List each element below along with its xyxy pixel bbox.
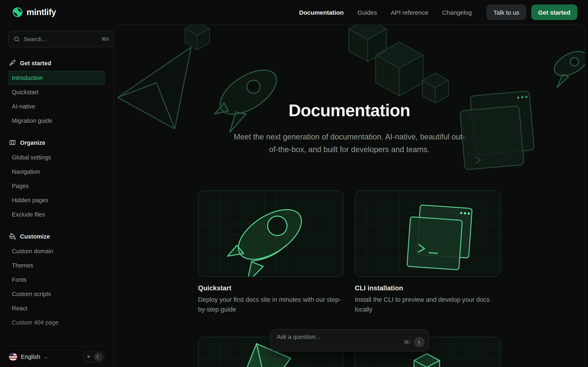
map-icon (9, 139, 16, 146)
dark-mode-button[interactable]: ☾ (94, 352, 103, 361)
talk-to-us-button[interactable]: Talk to us (486, 4, 526, 20)
theme-toggle: ☀ ☾ (82, 350, 104, 363)
card-title: Quickstart (198, 284, 344, 292)
card-description: Deploy your first docs site in minutes w… (198, 295, 344, 315)
brand-name: mintlify (26, 7, 56, 17)
nav-documentation[interactable]: Documentation (299, 9, 344, 16)
cli-card-figure (355, 190, 501, 277)
sidebar-item-themes[interactable]: Themes (8, 259, 105, 272)
sidebar-item-exclude-files[interactable]: Exclude files (8, 208, 105, 221)
sidebar-item-quickstart[interactable]: Quickstart (8, 85, 105, 99)
search-input-box[interactable]: ⌘K (8, 31, 115, 47)
section-get-started: Get started Introduction Quickstart AI-n… (8, 58, 105, 128)
ask-controls: ⌘I ↑ (404, 337, 424, 347)
search-icon (13, 36, 20, 42)
sun-icon: ☀ (86, 354, 91, 359)
search-input[interactable] (24, 36, 98, 42)
pencil-icon (9, 341, 16, 346)
nav-guides[interactable]: Guides (357, 9, 377, 16)
sidebar-item-navigation[interactable]: Navigation (8, 165, 105, 179)
submit-question-button[interactable]: ↑ (414, 337, 424, 347)
mintlify-logo[interactable]: mintlify (12, 7, 56, 17)
sidebar-item-hidden-pages[interactable]: Hidden pages (8, 193, 105, 207)
us-flag-icon (9, 352, 17, 361)
sidebar: ⌘K (0, 25, 113, 367)
section-head-organize: Organize (8, 137, 105, 150)
search-shortcut-hint: ⌘K (101, 36, 109, 42)
section-label: Create content (20, 341, 61, 346)
rocket-illustration (199, 191, 343, 276)
mintlify-leaf-icon (12, 7, 23, 17)
section-label: Organize (20, 139, 45, 146)
card-description: Install the CLI to preview and develop y… (355, 295, 501, 315)
sidebar-item-react[interactable]: React (8, 301, 105, 315)
rocket-icon (9, 59, 16, 67)
sidebar-item-introduction[interactable]: Introduction (8, 71, 105, 85)
page-title: Documentation (114, 101, 585, 120)
quickstart-card-figure (198, 190, 344, 277)
section-create-content: Create content (8, 339, 105, 346)
ask-shortcut-hint: ⌘I (404, 339, 410, 345)
section-organize: Organize Global settings Navigation Page… (8, 137, 105, 221)
sidebar-nav: Get started Introduction Quickstart AI-n… (8, 56, 105, 346)
sidebar-item-fonts[interactable]: Fonts (8, 273, 105, 287)
section-head-customize: Customize (8, 231, 105, 244)
terminal-windows-illustration (355, 191, 500, 276)
sidebar-item-pages[interactable]: Pages (8, 179, 105, 193)
light-mode-button[interactable]: ☀ (84, 352, 93, 361)
header-actions: Talk to us Get started (486, 4, 577, 20)
ask-question-input[interactable] (277, 334, 377, 340)
section-customize: Customize Custom domain Themes Fonts Cus… (8, 231, 105, 329)
moon-icon: ☾ (96, 354, 101, 359)
chevron-down-icon: ⌄ (44, 354, 48, 359)
card-quickstart[interactable]: Quickstart Deploy your first docs site i… (198, 190, 344, 315)
ask-question-bar[interactable]: ⌘I ↑ (270, 329, 429, 351)
section-label: Customize (20, 233, 50, 240)
sidebar-item-custom-domain[interactable]: Custom domain (8, 244, 105, 258)
app-window: mintlify Documentation Guides API refere… (0, 0, 588, 367)
section-head-get-started: Get started (8, 58, 105, 71)
language-selector[interactable]: English ⌄ (9, 352, 48, 361)
top-bar: mintlify Documentation Guides API refere… (0, 0, 588, 25)
sidebar-item-ai-native[interactable]: AI-native (8, 100, 105, 113)
sidebar-item-custom-404-page[interactable]: Custom 404 page (8, 316, 105, 329)
sidebar-item-migration-guide[interactable]: Migration guide (8, 114, 105, 128)
language-label: English (21, 353, 40, 360)
card-cli-installation[interactable]: CLI installation Install the CLI to prev… (355, 190, 501, 315)
nav-changelog[interactable]: Changelog (442, 9, 472, 16)
page-subtitle: Meet the next generation of documentatio… (230, 131, 469, 156)
sidebar-item-custom-scripts[interactable]: Custom scripts (8, 287, 105, 301)
sidebar-footer: English ⌄ ☀ ☾ (7, 346, 107, 367)
card-title: CLI installation (355, 284, 501, 292)
get-started-button[interactable]: Get started (531, 4, 577, 20)
paint-bucket-icon (9, 233, 16, 240)
nav-api-reference[interactable]: API reference (391, 9, 428, 16)
arrow-up-icon: ↑ (418, 339, 421, 345)
sidebar-item-global-settings[interactable]: Global settings (8, 150, 105, 164)
primary-nav: Documentation Guides API reference Chang… (299, 9, 472, 16)
section-head-create-content[interactable]: Create content (8, 339, 105, 346)
section-label: Get started (20, 60, 51, 66)
main-content: Documentation Meet the next generation o… (113, 25, 585, 367)
hero: Documentation Meet the next generation o… (114, 25, 585, 156)
